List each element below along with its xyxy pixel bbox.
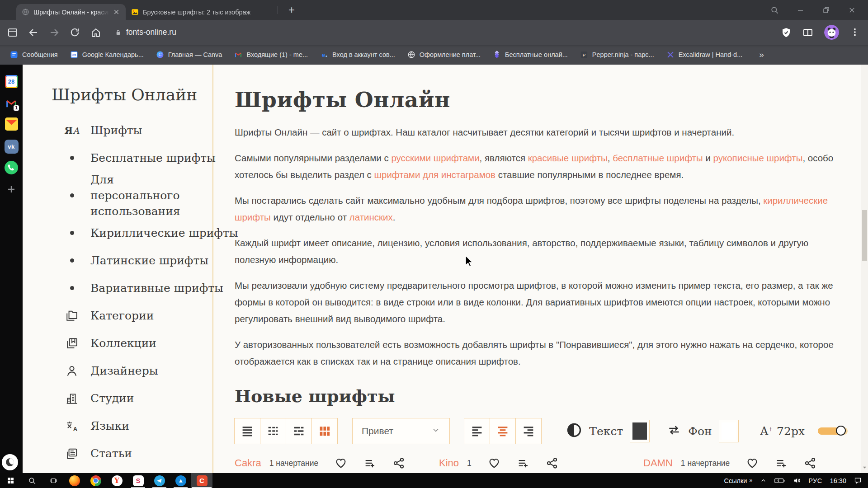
bookmark-item[interactable]: Входящие (1) - me... — [234, 51, 308, 59]
sidebar-item[interactable]: Коллекции — [64, 329, 212, 357]
dock-item-gmail[interactable]: 1 — [5, 96, 19, 110]
text-link[interactable]: бесплатные шрифты — [613, 153, 703, 163]
tab-yandex-images[interactable]: Брусковые шрифты: 2 тыс изображ — [126, 4, 275, 20]
restore-icon[interactable] — [822, 6, 830, 14]
bookmark-item[interactable]: P Pepper.ninja - парс... — [580, 51, 654, 59]
playlist-add-icon[interactable] — [363, 457, 376, 469]
font-name-link[interactable]: DAMN — [643, 457, 673, 469]
swap-colors-icon[interactable] — [667, 423, 681, 439]
taskbar-task-view-button[interactable] — [42, 473, 64, 488]
text-link[interactable]: латинских — [349, 212, 393, 222]
panel-icon[interactable] — [7, 27, 18, 38]
site-logo-title[interactable]: Шрифты Онлайн — [52, 85, 212, 104]
sidebar-item[interactable]: Категории — [64, 302, 212, 329]
view-mixed-button[interactable] — [286, 418, 312, 444]
scrollbar-down-icon[interactable] — [862, 464, 867, 472]
playlist-add-icon[interactable] — [775, 457, 788, 469]
floating-theme-button[interactable] — [2, 454, 18, 470]
share-icon[interactable] — [392, 457, 405, 469]
taskbar-firefox-button[interactable] — [64, 473, 85, 488]
address-bar[interactable]: fonts-online.ru — [115, 28, 176, 37]
back-icon[interactable] — [28, 27, 39, 38]
align-right-button[interactable] — [515, 418, 542, 444]
sidebar-item[interactable]: Дизайнеры — [64, 357, 212, 385]
taskbar-atom-button[interactable] — [170, 473, 191, 488]
bookmarks-overflow-button[interactable]: » — [759, 50, 764, 60]
sidebar-item[interactable]: ЯА Шрифты — [64, 117, 212, 144]
dock-item-yandex-mail[interactable] — [5, 118, 19, 132]
font-name-link[interactable]: Kino — [439, 457, 459, 469]
text-link[interactable]: русскими шрифтами — [391, 153, 479, 163]
font-name-link[interactable]: Cakra — [235, 457, 261, 469]
sidebar-item[interactable]: Студии — [64, 385, 212, 412]
bookmark-item[interactable]: C Главная — Canva — [156, 51, 222, 59]
text-link[interactable]: шрифтами для инстаграмов — [374, 169, 495, 180]
battery-icon[interactable] — [774, 478, 785, 484]
tab-close-icon[interactable] — [113, 8, 120, 16]
bookmark-item[interactable]: e Вход в аккаунт сов... — [320, 51, 395, 59]
hidden-icons-chevron-icon[interactable] — [760, 477, 767, 484]
view-columns-button[interactable] — [260, 418, 286, 444]
share-icon[interactable] — [546, 457, 558, 469]
view-list-button[interactable] — [234, 418, 260, 444]
taskbar-chrome-button[interactable] — [85, 473, 106, 488]
dock-item-vk[interactable]: vk — [5, 140, 19, 154]
sidebar-item[interactable]: Вариативные шрифты — [64, 274, 212, 302]
language-indicator[interactable]: РУС — [808, 477, 822, 484]
text-link[interactable]: рукописные шрифты — [713, 153, 803, 163]
home-icon[interactable] — [90, 27, 101, 38]
bookmark-item[interactable]: Оформление плат... — [407, 51, 481, 59]
new-tab-button[interactable]: + — [285, 5, 298, 15]
links-toolbar[interactable]: Ссылки » — [724, 477, 752, 484]
taskbar-yandex-browser-button[interactable]: Y — [106, 473, 127, 488]
search-icon[interactable] — [770, 6, 779, 14]
clock[interactable]: 16:30 — [830, 477, 846, 484]
dock-item-google-calendar[interactable]: 28 — [5, 75, 19, 89]
bookmark-item[interactable]: Сообщения — [10, 51, 58, 59]
dock-item-whatsapp[interactable] — [5, 161, 19, 175]
text-color-swatch[interactable] — [630, 420, 650, 442]
close-icon[interactable] — [848, 6, 856, 14]
tab-fonts-online[interactable]: Шрифты Онлайн - красивые ш — [16, 4, 126, 20]
action-center-icon[interactable] — [854, 477, 862, 484]
font-size-slider[interactable] — [818, 427, 848, 435]
sidebar-item[interactable]: Кириллические шрифты — [64, 219, 212, 247]
align-left-button[interactable] — [464, 418, 490, 444]
heart-icon[interactable] — [746, 457, 759, 469]
shield-check-icon[interactable] — [781, 27, 792, 38]
taskbar-start-button[interactable] — [0, 473, 21, 488]
sidebar-item[interactable]: Для персонального использования — [64, 172, 212, 219]
reload-icon[interactable] — [70, 27, 80, 38]
align-center-button[interactable] — [490, 418, 516, 444]
bookmark-item[interactable]: Excalidraw | Hand-d... — [666, 51, 743, 59]
minimize-icon[interactable] — [796, 6, 805, 14]
sidebar-item[interactable]: Статьи — [64, 440, 212, 467]
speaker-icon[interactable] — [793, 477, 801, 484]
sidebar-item[interactable]: Латинские шрифты — [64, 247, 212, 274]
dock-item-add[interactable] — [5, 183, 19, 197]
sidebar-item[interactable]: Бесплатные шрифты — [64, 144, 212, 172]
scrollbar-thumb[interactable] — [862, 210, 867, 261]
slider-knob[interactable] — [836, 426, 846, 436]
split-view-icon[interactable] — [802, 27, 813, 38]
forward-icon[interactable] — [49, 27, 60, 38]
taskbar-s-app-button[interactable]: S — [127, 473, 149, 488]
view-grid-button[interactable] — [311, 418, 338, 444]
bookmark-item[interactable]: 25 Google Календарь... — [70, 51, 144, 59]
page-scrollbar[interactable] — [861, 65, 868, 473]
bookmark-item[interactable]: Бесплатные онлай... — [493, 51, 568, 59]
taskbar-c-app-button[interactable]: C — [191, 473, 212, 488]
share-icon[interactable] — [804, 457, 816, 469]
taskbar-telegram-button[interactable] — [149, 473, 170, 488]
bg-color-swatch[interactable] — [719, 420, 739, 442]
sidebar-item[interactable]: A Языки — [64, 412, 212, 440]
sample-text-select[interactable]: Привет — [352, 418, 450, 444]
bookmark-label: Вход в аккаунт сов... — [332, 51, 395, 58]
profile-avatar[interactable] — [824, 25, 839, 40]
taskbar-search-button[interactable] — [21, 473, 42, 488]
playlist-add-icon[interactable] — [517, 457, 529, 469]
text-link[interactable]: красивые шрифты — [528, 153, 608, 163]
menu-kebab-icon[interactable] — [850, 27, 861, 38]
heart-icon[interactable] — [488, 457, 500, 469]
heart-icon[interactable] — [335, 457, 347, 469]
